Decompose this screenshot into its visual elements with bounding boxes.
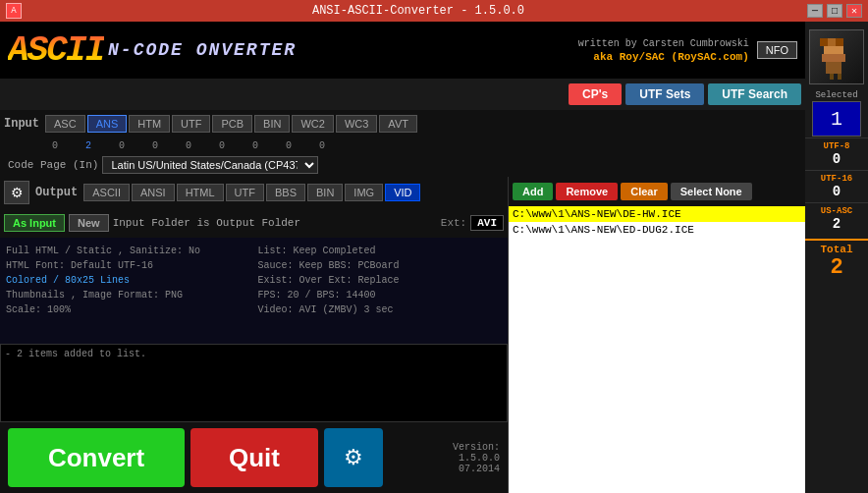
count-pcb: 0 bbox=[173, 140, 204, 151]
folder-row: As Input New Input Folder is Output Fold… bbox=[0, 208, 508, 238]
tab-pcb[interactable]: PCB bbox=[212, 115, 252, 133]
maximize-button[interactable]: □ bbox=[827, 4, 842, 18]
codepage-row: Code Page (In) Latin US/United States/Ca… bbox=[0, 153, 805, 177]
total-label: Total bbox=[820, 244, 852, 255]
info-r-line3: Exist: Over Ext: Replace bbox=[258, 273, 503, 288]
out-tab-utf[interactable]: UTF bbox=[226, 184, 264, 201]
decorative-image bbox=[809, 29, 864, 84]
count-ans: 2 bbox=[73, 140, 104, 151]
count-utf: 0 bbox=[139, 140, 171, 151]
remove-button[interactable]: Remove bbox=[556, 183, 618, 200]
utf-search-button[interactable]: UTF Search bbox=[708, 83, 801, 105]
select-none-button[interactable]: Select None bbox=[671, 183, 752, 200]
us-asc-label: US-ASC bbox=[821, 206, 852, 216]
sidebar-art-svg bbox=[810, 30, 864, 84]
header: ASCII N-CODE ONVERTER written by Carsten… bbox=[0, 22, 805, 79]
log-area: - 2 items added to list. bbox=[0, 344, 508, 422]
right-content: Add Remove Clear Select None C:\www\1\AN… bbox=[509, 177, 805, 493]
info-r-line1: List: Keep Completed bbox=[258, 244, 503, 258]
count-avt: 0 bbox=[306, 140, 338, 151]
list-item[interactable]: C:\www\1\ANS-NEW\DE-HW.ICE bbox=[509, 206, 805, 222]
main-container: ASCII N-CODE ONVERTER written by Carsten… bbox=[0, 22, 868, 493]
tab-ans[interactable]: ANS bbox=[87, 115, 128, 133]
file-list[interactable]: C:\www\1\ANS-NEW\DE-HW.ICE C:\www\1\ANS-… bbox=[509, 206, 805, 493]
out-tab-ascii[interactable]: ASCII bbox=[83, 184, 130, 201]
gear-settings-button[interactable]: ⚙ bbox=[4, 181, 29, 204]
tab-asc[interactable]: ASC bbox=[45, 115, 85, 133]
titlebar: A ANSI-ASCII-Converter - 1.5.0.0 ─ □ ✕ bbox=[0, 0, 868, 22]
out-tab-img[interactable]: IMG bbox=[345, 184, 383, 201]
us-asc-section: US-ASC 2 bbox=[805, 202, 868, 235]
version-label: Version: bbox=[453, 442, 500, 453]
utf8-section: UTF-8 0 bbox=[805, 137, 868, 170]
add-button[interactable]: Add bbox=[513, 183, 553, 200]
logo-right: written by Carsten Cumbrowski aka Roy/SA… bbox=[578, 38, 749, 63]
tab-bin[interactable]: BIN bbox=[254, 115, 290, 133]
count-htm: 0 bbox=[106, 140, 137, 151]
svg-rect-5 bbox=[826, 62, 841, 74]
output-label: Output bbox=[35, 186, 78, 199]
out-tab-vid[interactable]: VID bbox=[385, 184, 420, 201]
out-tab-ansi[interactable]: ANSI bbox=[132, 184, 175, 201]
quit-button[interactable]: Quit bbox=[190, 428, 318, 487]
ext-label: Ext: bbox=[441, 217, 466, 229]
svg-rect-0 bbox=[820, 38, 828, 46]
as-input-button[interactable]: As Input bbox=[4, 214, 65, 232]
settings-icon: ⚙ bbox=[344, 445, 363, 470]
version-info: Version: 1.5.0.0 07.2014 bbox=[453, 442, 500, 474]
utf16-value: 0 bbox=[833, 184, 841, 199]
out-tab-bin[interactable]: BIN bbox=[307, 184, 343, 201]
log-text: - 2 items added to list. bbox=[5, 349, 503, 359]
right-sidebar: Selected 1 UTF-8 0 UTF-16 0 US-ASC 2 Tot… bbox=[805, 22, 868, 493]
tab-utf[interactable]: UTF bbox=[172, 115, 210, 133]
title-text: ANSI-ASCII-Converter - 1.5.0.0 bbox=[312, 4, 524, 18]
settings-button[interactable]: ⚙ bbox=[324, 428, 383, 487]
window-controls[interactable]: ─ □ ✕ bbox=[807, 4, 862, 18]
output-tabs-row: ⚙ Output ASCII ANSI HTML UTF BBS BIN IMG… bbox=[0, 177, 508, 208]
close-button[interactable]: ✕ bbox=[846, 4, 862, 18]
codepage-label: Code Page (In) bbox=[8, 159, 98, 171]
nfo-button[interactable]: NFO bbox=[757, 41, 797, 59]
app-icon: A bbox=[6, 3, 22, 19]
selected-label: Selected bbox=[815, 90, 857, 100]
info-r-line5: Video: AVI (ZMBV) 3 sec bbox=[258, 302, 503, 317]
info-line2: HTML Font: Default UTF-16 bbox=[6, 258, 250, 273]
logo-subtitle: N-CODE ONVERTER bbox=[108, 40, 297, 60]
top-button-row: CP's UTF Sets UTF Search bbox=[0, 79, 805, 110]
info-right-col: List: Keep Completed Sauce: Keep BBS: PC… bbox=[258, 244, 503, 338]
tab-avt[interactable]: AVT bbox=[379, 115, 417, 133]
folder-text: Input Folder is Output Folder bbox=[113, 217, 437, 229]
info-line4: Thumbnails , Image Format: PNG bbox=[6, 288, 250, 302]
tab-wc2[interactable]: WC2 bbox=[292, 115, 333, 133]
left-panel: ASCII N-CODE ONVERTER written by Carsten… bbox=[0, 22, 805, 493]
utf-sets-button[interactable]: UTF Sets bbox=[625, 83, 704, 105]
utf16-label: UTF-16 bbox=[821, 174, 852, 184]
utf16-section: UTF-16 0 bbox=[805, 170, 868, 202]
aka-text: aka Roy/SAC (RoySAC.com) bbox=[593, 51, 748, 63]
cp-button[interactable]: CP's bbox=[569, 83, 622, 105]
selected-count: 1 bbox=[812, 101, 861, 137]
list-item[interactable]: C:\www\1\ANS-NEW\ED-DUG2.ICE bbox=[509, 222, 805, 238]
input-label: Input bbox=[4, 117, 39, 131]
info-r-line4: FPS: 20 / BPS: 14400 bbox=[258, 288, 503, 302]
logo-ascii: ASCII bbox=[8, 30, 104, 71]
new-folder-button[interactable]: New bbox=[69, 214, 109, 232]
input-tabs-row: Input ASC ANS HTM UTF PCB BIN WC2 WC3 AV… bbox=[0, 110, 805, 137]
codepage-select[interactable]: Latin US/United States/Canada (CP437) bbox=[102, 156, 318, 174]
clear-button[interactable]: Clear bbox=[621, 183, 668, 200]
version-number: 1.5.0.0 bbox=[453, 453, 500, 464]
utf8-label: UTF-8 bbox=[823, 141, 849, 151]
count-wc3: 0 bbox=[273, 140, 304, 151]
tab-counts-row: 0 2 0 0 0 0 0 0 0 bbox=[0, 137, 805, 153]
info-panel: Full HTML / Static , Sanitize: No HTML F… bbox=[0, 238, 508, 344]
svg-rect-1 bbox=[828, 38, 836, 46]
svg-rect-7 bbox=[838, 74, 841, 80]
minimize-button[interactable]: ─ bbox=[807, 4, 823, 18]
out-tab-html[interactable]: HTML bbox=[177, 184, 224, 201]
out-tab-bbs[interactable]: BBS bbox=[266, 184, 305, 201]
version-date: 07.2014 bbox=[453, 464, 500, 474]
convert-button[interactable]: Convert bbox=[8, 428, 185, 487]
tab-htm[interactable]: HTM bbox=[129, 115, 170, 133]
action-buttons-row: Add Remove Clear Select None bbox=[509, 177, 805, 206]
tab-wc3[interactable]: WC3 bbox=[336, 115, 377, 133]
